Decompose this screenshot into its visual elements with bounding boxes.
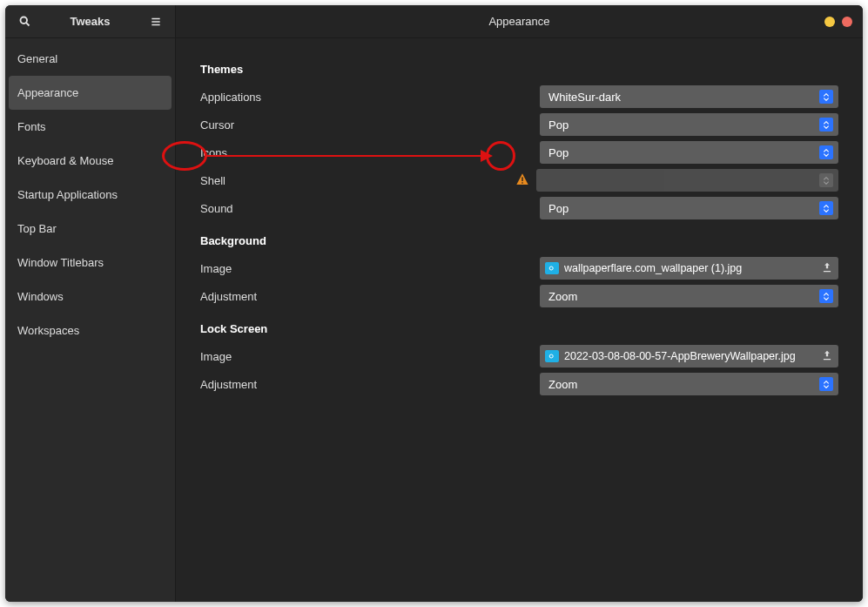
main-panel: Appearance Themes Applications WhiteSur-…	[176, 5, 863, 602]
hamburger-icon[interactable]	[145, 11, 166, 32]
row-bg-adjustment: Adjustment Zoom	[200, 282, 838, 310]
sidebar-item-workspaces[interactable]: Workspaces	[9, 314, 172, 347]
row-bg-image: Image wallpaperflare.com_wallpaper (1).j…	[200, 254, 838, 282]
dropdown-icons-value: Pop	[548, 146, 569, 159]
close-button[interactable]	[842, 17, 852, 27]
sidebar-header: Tweaks	[5, 5, 175, 38]
row-sound: Sound Pop	[200, 194, 838, 222]
sidebar-item-top-bar[interactable]: Top Bar	[9, 212, 172, 246]
label-icons: Icons	[200, 146, 540, 159]
section-themes: Themes	[200, 63, 838, 76]
filechooser-bg-image-value: wallpaperflare.com_wallpaper (1).jpg	[564, 262, 816, 274]
section-background: Background	[200, 234, 838, 247]
chevrons-icon	[819, 289, 833, 303]
warning-icon	[515, 172, 529, 189]
content-area: Themes Applications WhiteSur-dark Cursor	[176, 38, 863, 602]
upload-icon	[821, 261, 833, 276]
filechooser-ls-image[interactable]: 2022-03-08-08-00-57-AppBreweryWallpaper.…	[540, 345, 838, 368]
label-sound: Sound	[200, 202, 540, 215]
svg-point-7	[549, 266, 553, 270]
page-title: Appearance	[488, 15, 549, 28]
filechooser-ls-image-value: 2022-03-08-08-00-57-AppBreweryWallpaper.…	[564, 350, 816, 362]
dropdown-ls-adjustment[interactable]: Zoom	[540, 373, 838, 395]
row-cursor: Cursor Pop	[200, 111, 838, 138]
sidebar-item-windows[interactable]: Windows	[9, 280, 172, 314]
image-icon	[545, 350, 559, 362]
dropdown-icons[interactable]: Pop	[540, 141, 838, 164]
label-bg-adjustment: Adjustment	[200, 290, 540, 303]
sidebar-item-general[interactable]: General	[9, 42, 172, 76]
chevrons-icon	[819, 173, 833, 187]
search-icon[interactable]	[14, 11, 35, 32]
dropdown-applications[interactable]: WhiteSur-dark	[540, 85, 838, 108]
chevrons-icon	[819, 90, 833, 104]
dropdown-bg-adjustment[interactable]: Zoom	[540, 285, 838, 307]
svg-point-0	[20, 17, 27, 24]
dropdown-sound[interactable]: Pop	[540, 197, 838, 219]
row-shell: Shell	[200, 166, 838, 194]
section-lockscreen: Lock Screen	[200, 322, 838, 335]
sidebar-item-startup-applications[interactable]: Startup Applications	[9, 178, 172, 212]
label-applications: Applications	[200, 91, 540, 104]
sidebar: Tweaks General Appearance Fonts Keyboard…	[5, 5, 176, 602]
svg-rect-6	[521, 182, 522, 183]
row-icons: Icons Pop	[200, 138, 838, 166]
filechooser-bg-image[interactable]: wallpaperflare.com_wallpaper (1).jpg	[540, 257, 838, 280]
app-title: Tweaks	[70, 15, 110, 28]
dropdown-sound-value: Pop	[548, 202, 569, 215]
dropdown-applications-value: WhiteSur-dark	[548, 91, 621, 104]
chevrons-icon	[819, 118, 833, 132]
upload-icon	[821, 349, 833, 364]
svg-rect-5	[521, 177, 522, 181]
row-ls-image: Image 2022-03-08-08-00-57-AppBreweryWall…	[200, 342, 838, 370]
chevrons-icon	[819, 377, 833, 391]
sidebar-item-fonts[interactable]: Fonts	[9, 110, 172, 144]
dropdown-cursor-value: Pop	[548, 118, 569, 132]
sidebar-item-window-titlebars[interactable]: Window Titlebars	[9, 246, 172, 280]
tweaks-window: Tweaks General Appearance Fonts Keyboard…	[5, 5, 863, 602]
sidebar-list: General Appearance Fonts Keyboard & Mous…	[5, 38, 175, 351]
label-shell: Shell	[200, 174, 540, 187]
chevrons-icon	[819, 145, 833, 159]
minimize-button[interactable]	[824, 17, 835, 27]
sidebar-item-keyboard-mouse[interactable]: Keyboard & Mouse	[9, 144, 172, 178]
label-ls-adjustment: Adjustment	[200, 378, 540, 391]
svg-point-8	[549, 354, 553, 358]
dropdown-bg-adjustment-value: Zoom	[548, 290, 577, 303]
label-cursor: Cursor	[200, 118, 540, 132]
window-controls	[824, 5, 852, 38]
dropdown-ls-adjustment-value: Zoom	[548, 378, 577, 391]
row-applications: Applications WhiteSur-dark	[200, 83, 838, 111]
svg-line-1	[26, 23, 29, 25]
label-shell-text: Shell	[200, 174, 225, 187]
chevrons-icon	[819, 201, 833, 215]
label-bg-image: Image	[200, 262, 540, 275]
row-ls-adjustment: Adjustment Zoom	[200, 370, 838, 398]
image-icon	[545, 262, 559, 274]
sidebar-item-appearance[interactable]: Appearance	[9, 76, 172, 110]
main-header: Appearance	[176, 5, 863, 38]
label-ls-image: Image	[200, 350, 540, 363]
dropdown-shell	[536, 169, 838, 192]
dropdown-cursor[interactable]: Pop	[540, 113, 838, 136]
